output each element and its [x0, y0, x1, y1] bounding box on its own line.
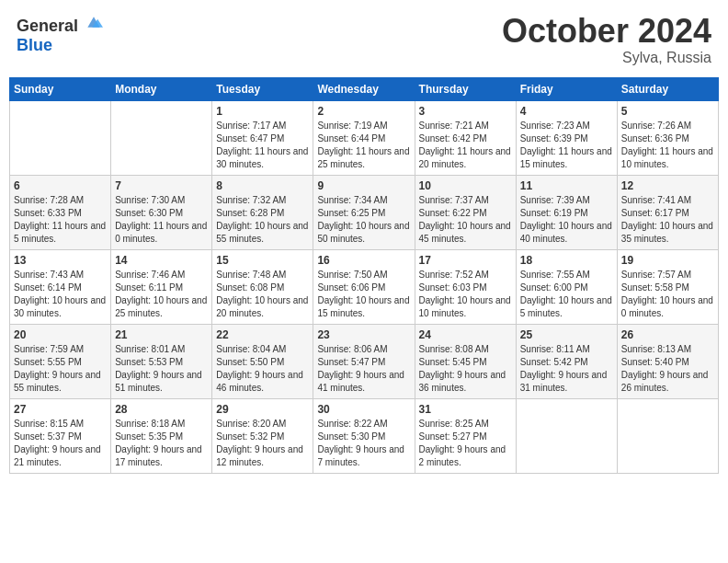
calendar-cell	[10, 100, 111, 175]
calendar-cell: 8 Sunrise: 7:32 AM Sunset: 6:28 PM Dayli…	[212, 175, 313, 249]
cell-content: Sunrise: 7:43 AM Sunset: 6:14 PM Dayligh…	[14, 269, 107, 320]
calendar-cell: 13 Sunrise: 7:43 AM Sunset: 6:14 PM Dayl…	[10, 249, 111, 324]
calendar-cell: 31 Sunrise: 8:25 AM Sunset: 5:27 PM Dayl…	[415, 398, 516, 473]
calendar-week-row: 13 Sunrise: 7:43 AM Sunset: 6:14 PM Dayl…	[10, 249, 719, 324]
cell-content: Sunrise: 8:04 AM Sunset: 5:50 PM Dayligh…	[216, 343, 309, 395]
cell-content: Sunrise: 8:08 AM Sunset: 5:45 PM Dayligh…	[419, 343, 512, 395]
cell-content: Sunrise: 7:37 AM Sunset: 6:22 PM Dayligh…	[419, 194, 512, 246]
weekday-header-tuesday: Tuesday	[212, 77, 313, 100]
calendar-cell: 29 Sunrise: 8:20 AM Sunset: 5:32 PM Dayl…	[212, 398, 313, 473]
cell-content: Sunrise: 8:01 AM Sunset: 5:53 PM Dayligh…	[115, 343, 208, 395]
calendar-cell: 28 Sunrise: 8:18 AM Sunset: 5:35 PM Dayl…	[111, 398, 212, 473]
day-number: 21	[115, 328, 208, 341]
calendar-cell: 21 Sunrise: 8:01 AM Sunset: 5:53 PM Dayl…	[111, 324, 212, 398]
weekday-header-wednesday: Wednesday	[313, 77, 415, 100]
calendar-cell: 3 Sunrise: 7:21 AM Sunset: 6:42 PM Dayli…	[415, 100, 516, 175]
cell-content: Sunrise: 7:57 AM Sunset: 5:58 PM Dayligh…	[621, 269, 714, 320]
cell-content: Sunrise: 7:50 AM Sunset: 6:06 PM Dayligh…	[317, 269, 410, 320]
calendar-cell: 17 Sunrise: 7:52 AM Sunset: 6:03 PM Dayl…	[415, 249, 516, 324]
calendar-week-row: 6 Sunrise: 7:28 AM Sunset: 6:33 PM Dayli…	[10, 175, 719, 249]
day-number: 13	[14, 254, 107, 267]
day-number: 5	[621, 105, 714, 118]
title-block: October 2024 Sylva, Russia	[502, 13, 711, 66]
calendar-table: SundayMondayTuesdayWednesdayThursdayFrid…	[9, 77, 719, 474]
day-number: 17	[419, 254, 512, 267]
cell-content: Sunrise: 7:59 AM Sunset: 5:55 PM Dayligh…	[14, 343, 107, 395]
cell-content: Sunrise: 7:17 AM Sunset: 6:47 PM Dayligh…	[216, 120, 309, 171]
calendar-cell: 18 Sunrise: 7:55 AM Sunset: 6:00 PM Dayl…	[516, 249, 617, 324]
calendar-cell: 20 Sunrise: 7:59 AM Sunset: 5:55 PM Dayl…	[10, 324, 111, 398]
calendar-cell: 25 Sunrise: 8:11 AM Sunset: 5:42 PM Dayl…	[516, 324, 617, 398]
day-number: 27	[14, 403, 107, 416]
calendar-cell: 1 Sunrise: 7:17 AM Sunset: 6:47 PM Dayli…	[212, 100, 313, 175]
cell-content: Sunrise: 7:23 AM Sunset: 6:39 PM Dayligh…	[520, 120, 613, 171]
day-number: 7	[115, 179, 208, 192]
calendar-cell: 4 Sunrise: 7:23 AM Sunset: 6:39 PM Dayli…	[516, 100, 617, 175]
cell-content: Sunrise: 8:06 AM Sunset: 5:47 PM Dayligh…	[317, 343, 410, 395]
logo-icon	[85, 13, 103, 31]
calendar-cell: 9 Sunrise: 7:34 AM Sunset: 6:25 PM Dayli…	[313, 175, 415, 249]
day-number: 23	[317, 328, 410, 341]
weekday-header-friday: Friday	[516, 77, 617, 100]
calendar-cell: 30 Sunrise: 8:22 AM Sunset: 5:30 PM Dayl…	[313, 398, 415, 473]
day-number: 24	[419, 328, 512, 341]
cell-content: Sunrise: 7:52 AM Sunset: 6:03 PM Dayligh…	[419, 269, 512, 320]
day-number: 8	[216, 179, 309, 192]
cell-content: Sunrise: 8:13 AM Sunset: 5:40 PM Dayligh…	[621, 343, 714, 395]
calendar-cell: 27 Sunrise: 8:15 AM Sunset: 5:37 PM Dayl…	[10, 398, 111, 473]
day-number: 25	[520, 328, 613, 341]
calendar-cell: 10 Sunrise: 7:37 AM Sunset: 6:22 PM Dayl…	[415, 175, 516, 249]
day-number: 6	[14, 179, 107, 192]
day-number: 18	[520, 254, 613, 267]
cell-content: Sunrise: 7:19 AM Sunset: 6:44 PM Dayligh…	[317, 120, 410, 171]
weekday-header-thursday: Thursday	[415, 77, 516, 100]
day-number: 29	[216, 403, 309, 416]
weekday-header-sunday: Sunday	[10, 77, 111, 100]
day-number: 9	[317, 179, 410, 192]
calendar-cell: 5 Sunrise: 7:26 AM Sunset: 6:36 PM Dayli…	[617, 100, 718, 175]
calendar-cell: 23 Sunrise: 8:06 AM Sunset: 5:47 PM Dayl…	[313, 324, 415, 398]
cell-content: Sunrise: 7:48 AM Sunset: 6:08 PM Dayligh…	[216, 269, 309, 320]
day-number: 31	[419, 403, 512, 416]
calendar-cell: 22 Sunrise: 8:04 AM Sunset: 5:50 PM Dayl…	[212, 324, 313, 398]
weekday-header-row: SundayMondayTuesdayWednesdayThursdayFrid…	[10, 77, 719, 100]
cell-content: Sunrise: 7:26 AM Sunset: 6:36 PM Dayligh…	[621, 120, 714, 171]
calendar-cell: 12 Sunrise: 7:41 AM Sunset: 6:17 PM Dayl…	[617, 175, 718, 249]
cell-content: Sunrise: 7:30 AM Sunset: 6:30 PM Dayligh…	[115, 194, 208, 246]
calendar-cell	[617, 398, 718, 473]
day-number: 15	[216, 254, 309, 267]
cell-content: Sunrise: 8:25 AM Sunset: 5:27 PM Dayligh…	[419, 418, 512, 469]
calendar-cell: 24 Sunrise: 8:08 AM Sunset: 5:45 PM Dayl…	[415, 324, 516, 398]
location: Sylva, Russia	[502, 50, 711, 66]
day-number: 11	[520, 179, 613, 192]
calendar-cell: 7 Sunrise: 7:30 AM Sunset: 6:30 PM Dayli…	[111, 175, 212, 249]
cell-content: Sunrise: 8:15 AM Sunset: 5:37 PM Dayligh…	[14, 418, 107, 469]
calendar-cell: 19 Sunrise: 7:57 AM Sunset: 5:58 PM Dayl…	[617, 249, 718, 324]
weekday-header-monday: Monday	[111, 77, 212, 100]
cell-content: Sunrise: 8:20 AM Sunset: 5:32 PM Dayligh…	[216, 418, 309, 469]
calendar-cell: 6 Sunrise: 7:28 AM Sunset: 6:33 PM Dayli…	[10, 175, 111, 249]
day-number: 22	[216, 328, 309, 341]
cell-content: Sunrise: 7:34 AM Sunset: 6:25 PM Dayligh…	[317, 194, 410, 246]
cell-content: Sunrise: 8:11 AM Sunset: 5:42 PM Dayligh…	[520, 343, 613, 395]
day-number: 30	[317, 403, 410, 416]
day-number: 12	[621, 179, 714, 192]
calendar-week-row: 1 Sunrise: 7:17 AM Sunset: 6:47 PM Dayli…	[10, 100, 719, 175]
calendar-cell: 11 Sunrise: 7:39 AM Sunset: 6:19 PM Dayl…	[516, 175, 617, 249]
day-number: 14	[115, 254, 208, 267]
cell-content: Sunrise: 7:39 AM Sunset: 6:19 PM Dayligh…	[520, 194, 613, 246]
cell-content: Sunrise: 7:28 AM Sunset: 6:33 PM Dayligh…	[14, 194, 107, 246]
day-number: 2	[317, 105, 410, 118]
cell-content: Sunrise: 7:46 AM Sunset: 6:11 PM Dayligh…	[115, 269, 208, 320]
day-number: 3	[419, 105, 512, 118]
day-number: 10	[419, 179, 512, 192]
calendar-cell: 14 Sunrise: 7:46 AM Sunset: 6:11 PM Dayl…	[111, 249, 212, 324]
cell-content: Sunrise: 7:55 AM Sunset: 6:00 PM Dayligh…	[520, 269, 613, 320]
cell-content: Sunrise: 7:41 AM Sunset: 6:17 PM Dayligh…	[621, 194, 714, 246]
calendar-week-row: 27 Sunrise: 8:15 AM Sunset: 5:37 PM Dayl…	[10, 398, 719, 473]
day-number: 4	[520, 105, 613, 118]
cell-content: Sunrise: 8:18 AM Sunset: 5:35 PM Dayligh…	[115, 418, 208, 469]
calendar-cell: 2 Sunrise: 7:19 AM Sunset: 6:44 PM Dayli…	[313, 100, 415, 175]
calendar-cell: 26 Sunrise: 8:13 AM Sunset: 5:40 PM Dayl…	[617, 324, 718, 398]
day-number: 28	[115, 403, 208, 416]
